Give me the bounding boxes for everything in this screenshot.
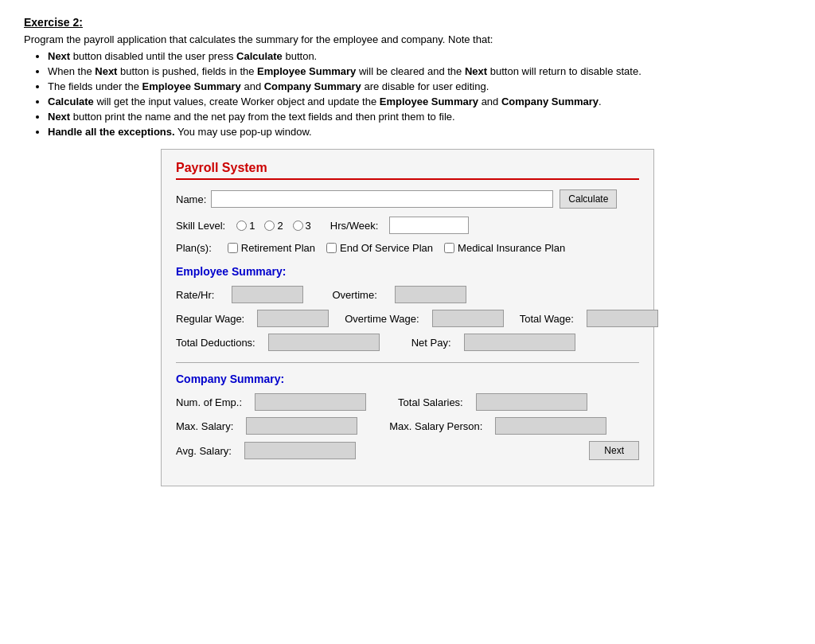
total-deductions-label: Total Deductions: <box>176 337 255 349</box>
wages-row: Regular Wage: Overtime Wage: Total Wage: <box>176 310 639 327</box>
avg-salary-label: Avg. Salary: <box>176 445 232 457</box>
avg-salary-row: Avg. Salary: Next <box>176 441 639 460</box>
net-pay-input <box>464 334 575 351</box>
name-input[interactable] <box>211 190 553 208</box>
skill-radio-1[interactable]: 1 <box>236 220 255 232</box>
num-emp-label: Num. of Emp.: <box>176 396 242 408</box>
radio-group: 1 2 3 <box>236 220 311 232</box>
regular-wage-input <box>257 310 329 327</box>
exercise-title: Exercise 2: <box>24 16 791 29</box>
skill-radio-2[interactable]: 2 <box>264 220 283 232</box>
payroll-title: Payroll System <box>176 161 639 180</box>
num-emp-input <box>255 393 366 411</box>
rate-label: Rate/Hr: <box>176 289 214 301</box>
hrs-label: Hrs/Week: <box>330 220 378 232</box>
employee-summary-title: Employee Summary: <box>176 265 639 278</box>
rate-overtime-row: Rate/Hr: Overtime: <box>176 286 639 303</box>
max-salary-person-label: Max. Salary Person: <box>389 420 482 432</box>
medical-plan-checkbox[interactable]: Medical Insurance Plan <box>444 242 565 254</box>
skill-row: Skill Level: 1 2 3 Hrs/Week: <box>176 217 639 234</box>
intro-text: Program the payroll application that cal… <box>24 33 791 45</box>
total-wage-input <box>587 310 658 327</box>
skill-label: Skill Level: <box>176 220 225 232</box>
total-salaries-input <box>476 393 587 411</box>
total-salaries-label: Total Salaries: <box>398 396 463 408</box>
medical-plan-label: Medical Insurance Plan <box>458 242 565 254</box>
bullet-5: Next button print the name and the net p… <box>48 111 791 123</box>
divider <box>176 362 639 363</box>
employee-summary-section: Employee Summary: Rate/Hr: Overtime: Reg… <box>176 265 639 351</box>
payroll-panel: Payroll System Name: Calculate Skill Lev… <box>161 149 654 486</box>
skill-radio-3[interactable]: 3 <box>293 220 311 232</box>
max-salary-input <box>246 417 357 435</box>
overtime-label: Overtime: <box>332 289 376 301</box>
max-salary-row: Max. Salary: Max. Salary Person: <box>176 417 639 435</box>
retirement-plan-checkbox[interactable]: Retirement Plan <box>228 242 315 254</box>
rate-input <box>232 286 303 303</box>
net-pay-label: Net Pay: <box>411 337 451 349</box>
bullet-2: When the Next button is pushed, fields i… <box>48 65 791 77</box>
skill-3-label: 3 <box>306 220 311 232</box>
deductions-row: Total Deductions: Net Pay: <box>176 334 639 351</box>
emp-salaries-row: Num. of Emp.: Total Salaries: <box>176 393 639 411</box>
eos-plan-label: End Of Service Plan <box>340 242 433 254</box>
max-salary-label: Max. Salary: <box>176 420 233 432</box>
next-button[interactable]: Next <box>589 441 639 460</box>
plans-row: Plan(s): Retirement Plan End Of Service … <box>176 242 639 254</box>
company-summary-section: Company Summary: Num. of Emp.: Total Sal… <box>176 373 639 460</box>
bullet-6: Handle all the exceptions. You may use p… <box>48 126 791 138</box>
hrs-input[interactable] <box>389 217 469 234</box>
overtime-wage-label: Overtime Wage: <box>345 313 419 325</box>
name-label: Name: <box>176 193 206 205</box>
total-wage-label: Total Wage: <box>520 313 574 325</box>
skill-1-label: 1 <box>249 220 255 232</box>
regular-wage-label: Regular Wage: <box>176 313 244 325</box>
bullet-list: Next button disabled until the user pres… <box>48 50 791 138</box>
bullet-4: Calculate will get the input values, cre… <box>48 96 791 107</box>
retirement-plan-label: Retirement Plan <box>241 242 315 254</box>
name-row: Name: Calculate <box>176 189 639 209</box>
bullet-3: The fields under the Employee Summary an… <box>48 80 791 92</box>
skill-2-label: 2 <box>277 220 283 232</box>
max-salary-person-input <box>495 417 606 435</box>
plans-label: Plan(s): <box>176 242 212 254</box>
total-deductions-input <box>268 334 380 351</box>
company-summary-title: Company Summary: <box>176 373 639 385</box>
calculate-button[interactable]: Calculate <box>560 189 617 209</box>
avg-salary-input <box>244 442 356 459</box>
overtime-input <box>395 286 466 303</box>
eos-plan-checkbox[interactable]: End Of Service Plan <box>326 242 433 254</box>
overtime-wage-input <box>432 310 504 327</box>
bullet-1: Next button disabled until the user pres… <box>48 50 791 62</box>
